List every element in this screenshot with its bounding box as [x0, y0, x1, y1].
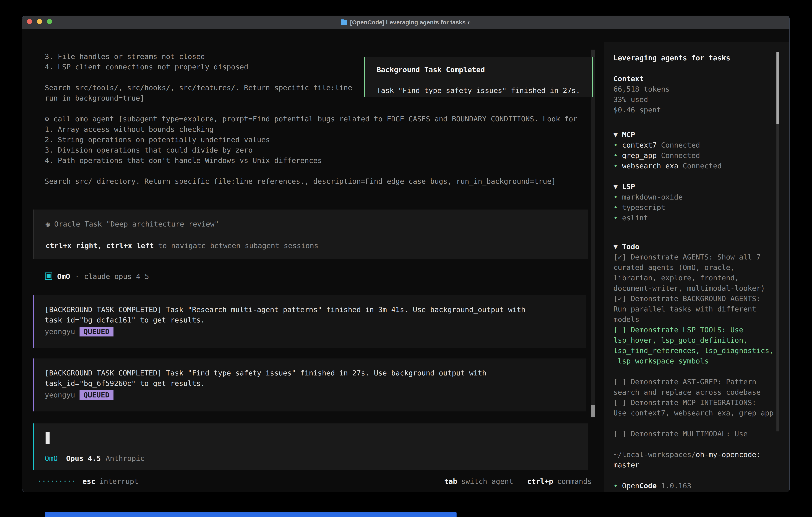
- prompt-input[interactable]: OmO Opus 4.5 Anthropic: [33, 424, 588, 470]
- text-segment: Run parallel tasks with different: [613, 305, 756, 313]
- terminal-content-area: 3. File handles or streams not closed4. …: [22, 29, 789, 492]
- sidebar-scrollbar-thumb[interactable]: [777, 52, 779, 124]
- main-scrollbar-track[interactable]: [590, 50, 594, 417]
- message-user: yeongyu: [45, 327, 75, 336]
- text-segment: •: [613, 193, 622, 201]
- message-line-2: task_id="bg_dcfac161" to get results.: [45, 316, 205, 324]
- oracle-task-title: ◉ Oracle Task "Deep architecture review": [46, 220, 219, 228]
- terminal-line: [✓] Demonstrate BACKGROUND AGENTS:: [613, 294, 761, 303]
- terminal-line: master: [613, 461, 639, 469]
- tab-key-label: switch agent: [461, 477, 513, 485]
- close-window-button[interactable]: [27, 19, 32, 24]
- oracle-task-left-strip: [33, 210, 34, 259]
- text-segment: Code: [639, 482, 657, 490]
- text-segment: •: [613, 203, 622, 212]
- terminal-line: [ ] Demonstrate MCP INTEGRATIONS:: [613, 398, 756, 407]
- terminal-line: ⚙ call_omo_agent [subagent_type=explore,…: [45, 114, 577, 124]
- terminal-line: models: [613, 315, 639, 324]
- input-agent-name: OmO: [45, 454, 58, 462]
- text-segment: 3. Division operations that could divide…: [45, 146, 253, 154]
- keyboard-shortcut: ctrl+x right, ctrl+x left: [46, 242, 154, 250]
- terminal-line: ▼ LSP: [613, 182, 635, 191]
- text-segment: 33% used: [613, 96, 648, 104]
- terminal-line: ▼ Todo: [613, 242, 639, 251]
- text-segment: •: [613, 151, 622, 160]
- text-segment: 4. LSP client connections not properly d…: [45, 63, 249, 71]
- text-segment: oh-my-opencode:: [696, 451, 761, 459]
- input-model-name: Opus 4.5: [66, 454, 101, 462]
- oracle-task-card: ◉ Oracle Task "Deep architecture review"…: [34, 210, 588, 259]
- input-model-info: OmO Opus 4.5 Anthropic: [45, 454, 145, 462]
- text-segment: Search src/ directory. Return specific f…: [45, 177, 556, 185]
- terminal-line: 3. Division operations that could divide…: [45, 146, 253, 155]
- agent-name: OmO: [57, 272, 70, 280]
- terminal-line: • eslint: [613, 214, 648, 222]
- text-segment: lsp_workspace_symbols: [613, 357, 709, 365]
- text-segment: Connected: [661, 151, 700, 160]
- text-segment: 66,518 tokens: [613, 85, 670, 93]
- terminal-line: • typescript: [613, 203, 665, 212]
- terminal-line: $0.46 spent: [613, 106, 661, 114]
- text-segment: context7: [622, 141, 661, 149]
- terminal-line: lsp_hover, lsp_goto_definition,: [613, 336, 748, 345]
- status-bar-left: ········· esc interrupt: [37, 477, 139, 486]
- ctrlp-key-hint: ctrl+p: [527, 477, 553, 485]
- terminal-line: Leveraging agents for tasks: [613, 54, 730, 62]
- window-title-text: [OpenCode] Leveraging agents for tasks ◐: [350, 19, 471, 26]
- agent-status-icon: [45, 272, 52, 280]
- terminal-line: Search src/ directory. Return specific f…: [45, 177, 556, 186]
- minimize-window-button[interactable]: [37, 19, 42, 24]
- terminal-line: [ ] Demonstrate LSP TOOLS: Use: [613, 325, 743, 334]
- text-segment: master: [613, 461, 639, 469]
- zoom-window-button[interactable]: [47, 19, 52, 24]
- text-segment: Connected: [683, 162, 722, 170]
- toast-message: Task "Find type safety issues" finished …: [377, 86, 580, 94]
- agent-status-icon-fill: [47, 274, 51, 278]
- terminal-line: • context7 Connected: [613, 141, 700, 149]
- text-segment: Open: [622, 482, 639, 490]
- message-meta: yeongyu QUEUED: [45, 327, 114, 336]
- background-task-toast: Background Task Completed Task "Find typ…: [364, 57, 593, 97]
- terminal-line: • grep_app Connected: [613, 151, 700, 160]
- text-segment: ▼: [613, 243, 622, 251]
- text-segment: [✓] Demonstrate BACKGROUND AGENTS:: [613, 295, 761, 303]
- shortcut-description: to navigate between subagent sessions: [154, 242, 318, 250]
- text-segment: LSP: [622, 183, 635, 191]
- text-segment: curated agents (OmO, oracle,: [613, 263, 735, 272]
- terminal-line: [✓] Demonstrate AGENTS: Show all 7: [613, 253, 761, 262]
- text-segment: Todo: [622, 243, 639, 251]
- terminal-line: ~/local-workspaces/oh-my-opencode:: [613, 450, 761, 459]
- text-segment: 1.0.163: [657, 482, 691, 490]
- text-segment: document-writer, multimodal-looker): [613, 284, 765, 292]
- text-segment: Leveraging agents for tasks: [613, 54, 730, 62]
- text-segment: markdown-oxide: [622, 193, 683, 201]
- main-scrollbar-thumb[interactable]: [590, 405, 594, 417]
- terminal-line: • OpenCode 1.0.163: [613, 482, 691, 490]
- terminal-line: 2. String operations on potentially unde…: [45, 135, 270, 144]
- text-segment: •: [613, 482, 622, 490]
- terminal-line: 4. LSP client connections not properly d…: [45, 62, 249, 71]
- text-segment: lsp_hover, lsp_goto_definition,: [613, 336, 748, 344]
- window-titlebar[interactable]: [OpenCode] Leveraging agents for tasks ◐: [22, 16, 789, 29]
- text-segment: 2. String operations on potentially unde…: [45, 136, 270, 144]
- text-segment: [ ] Demonstrate LSP TOOLS: Use: [613, 326, 743, 334]
- agent-header: OmO · claude-opus-4-5: [45, 272, 149, 281]
- text-segment: [ ] Demonstrate AST-GREP: Pattern: [613, 378, 756, 386]
- tab-key-hint: tab: [444, 477, 457, 485]
- background-task-message: [BACKGROUND TASK COMPLETED] Task "Resear…: [33, 295, 586, 348]
- text-segment: librarian, explore, frontend,: [613, 274, 739, 282]
- message-user: yeongyu: [45, 391, 75, 399]
- terminal-line: document-writer, multimodal-looker): [613, 284, 765, 293]
- terminal-line: Use context7, websearch_exa, grep_app: [613, 409, 774, 417]
- terminal-line: run_in_background=true]: [45, 94, 144, 103]
- agent-model: claude-opus-4-5: [84, 272, 149, 280]
- main-scrollbar-top-segment[interactable]: [590, 50, 594, 57]
- text-segment: •: [613, 162, 622, 170]
- text-segment: [ ] Demonstrate MCP INTEGRATIONS:: [613, 399, 756, 407]
- message-meta: yeongyu QUEUED: [45, 390, 114, 400]
- terminal-line: Context: [613, 74, 644, 83]
- queued-status-badge: QUEUED: [80, 327, 114, 336]
- text-segment: Use context7, websearch_exa, grep_app: [613, 409, 774, 417]
- oracle-task-hint: ctrl+x right, ctrl+x left to navigate be…: [46, 242, 318, 250]
- terminal-line: • websearch_exa Connected: [613, 162, 722, 170]
